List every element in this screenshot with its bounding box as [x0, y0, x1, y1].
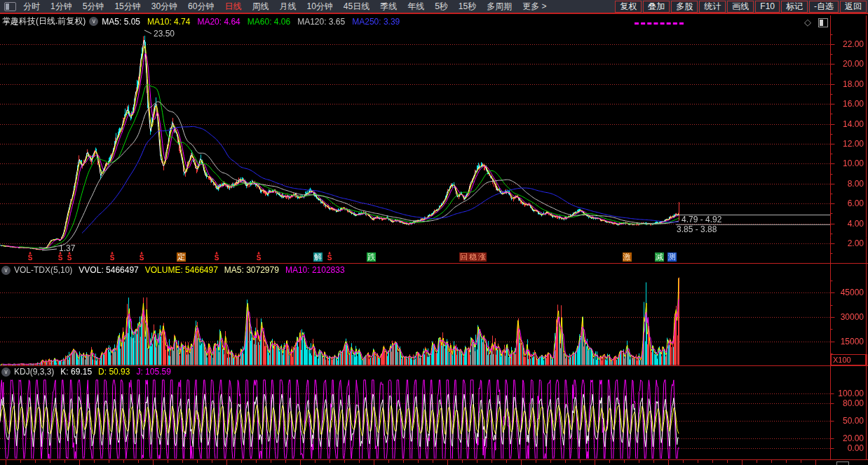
volume-axis-tick-label: 45000: [833, 288, 864, 297]
price-axis-tick-label: 8.00: [833, 179, 864, 189]
menu-item-11[interactable]: 45日线: [344, 1, 369, 13]
volume-axis-tick-label: 30000: [833, 312, 864, 322]
kdj-axis-tick-label: 80.00: [833, 398, 864, 408]
volume-pane-header: ∨ VOL-TDX(5,10)VVOL: 5466497VOLUME: 5466…: [1, 265, 351, 275]
signal-marker-s[interactable]: ▲S: [27, 251, 34, 261]
pane-header-item: VOLUME: 5466497: [145, 265, 218, 275]
toolbar-button-7[interactable]: 标记: [781, 1, 808, 13]
signal-marker-s[interactable]: ▲S: [138, 251, 145, 261]
tdx-app-window: 分时1分钟5分钟15分钟30分钟60分钟日线周线月线10分钟45日线季线年线5秒…: [0, 0, 868, 465]
toolbar-button-6[interactable]: F10: [755, 1, 780, 13]
signal-marker-box[interactable]: 涨: [477, 252, 487, 262]
menu-item-3[interactable]: 5分钟: [83, 1, 104, 13]
kdj-axis-tick-label: 20.00: [833, 433, 864, 443]
period-menu: 分时1分钟5分钟15分钟30分钟60分钟日线周线月线10分钟45日线季线年线5秒…: [23, 1, 547, 13]
menu-item-8[interactable]: 周线: [252, 1, 269, 13]
menu-item-15[interactable]: 15秒: [459, 1, 476, 13]
signal-marker-s[interactable]: ▲S: [109, 251, 116, 261]
signal-marker-box[interactable]: 解: [313, 252, 323, 262]
price-axis-tick-label: 14.00: [833, 119, 864, 129]
ma-legend-item: MA60: 4.06: [247, 17, 290, 27]
toolbar-button-1[interactable]: 复权: [615, 1, 642, 13]
price-axis-tick-label: 16.00: [833, 99, 864, 109]
ma-legend-item: MA10: 4.74: [147, 17, 190, 27]
chevron-down-icon[interactable]: ∨: [1, 266, 11, 275]
stock-title: 掌趣科技(日线.前复权): [2, 15, 86, 27]
pane-header-item: VVOL: 5466497: [79, 265, 138, 275]
ma-legend: MA5: 5.05MA10: 4.74MA20: 4.64MA60: 4.06M…: [102, 17, 400, 27]
menu-item-1[interactable]: 分时: [23, 1, 40, 13]
signal-marker-box[interactable]: 激: [623, 252, 632, 262]
menu-item-16[interactable]: 多周期: [487, 1, 512, 13]
menu-item-2[interactable]: 1分钟: [50, 1, 72, 13]
pane-header-item: MA10: 2102833: [285, 265, 345, 275]
diamond-icon[interactable]: ◇: [804, 17, 811, 27]
kdj-axis-tick-label: 0.00: [833, 443, 864, 453]
peak-price-label: 23.50: [154, 29, 175, 39]
price-axis-tick-label: 22.00: [833, 39, 864, 49]
toolbar-button-8[interactable]: -自选: [809, 1, 839, 13]
toolbar-button-9[interactable]: 返回: [840, 1, 867, 13]
signal-marker-box[interactable]: 测: [667, 252, 677, 262]
price-axis-tick-label: 2.00: [833, 238, 864, 248]
pane-header-item: VOL-TDX(5,10): [14, 265, 72, 275]
signal-marker-s[interactable]: ▲S: [326, 251, 333, 261]
ma-legend-item: MA250: 3.39: [352, 17, 400, 27]
price-axis-tick-label: 18.00: [833, 79, 864, 89]
price-axis-tick-label: 4.00: [833, 219, 864, 229]
ma-legend-item: MA20: 4.64: [197, 17, 240, 27]
window-icon[interactable]: [4, 2, 16, 11]
kdj-pane-header: ∨ KDJ(9,3,3)K: 69.15D: 50.93J: 105.59: [1, 367, 177, 377]
menu-item-6[interactable]: 60分钟: [188, 1, 214, 13]
volume-unit-box: X100: [831, 354, 867, 365]
signal-marker-box[interactable]: 定: [177, 252, 186, 262]
price-axis-tick-label: 10.00: [833, 159, 864, 168]
menu-item-5[interactable]: 30分钟: [151, 1, 177, 13]
pane-header-item: MA5: 3072979: [224, 265, 279, 275]
menu-item-9[interactable]: 月线: [279, 1, 296, 13]
statusbar-fragment-icon: [836, 461, 849, 465]
ma-legend-item: MA120: 3.65: [297, 17, 345, 27]
menu-item-13[interactable]: 年线: [407, 1, 424, 13]
pane-header-item: D: 50.93: [98, 367, 130, 377]
toolbar-buttons: 复权叠加多股统计画线F10标记-自选返回: [615, 1, 867, 13]
volume-axis-tick-label: 15000: [833, 337, 864, 346]
chevron-down-icon[interactable]: ∨: [89, 17, 98, 26]
pane-header-item: J: 105.59: [136, 367, 170, 377]
toolbar-button-5[interactable]: 画线: [727, 1, 754, 13]
kdj-axis-tick-label: 100.00: [833, 389, 864, 398]
chart-canvas[interactable]: [0, 0, 868, 465]
price-axis-tick-label: 6.00: [833, 198, 864, 208]
magenta-dashed-annotation: [635, 22, 684, 25]
price-axis-tick-label: 12.00: [833, 139, 864, 149]
low-price-label: 1.37: [59, 243, 75, 253]
title-row: 掌趣科技(日线.前复权) ∨ MA5: 5.05MA10: 4.74MA20: …: [0, 15, 868, 27]
price-band-label-2: 3.85 - 3.88: [677, 224, 717, 234]
menu-item-17[interactable]: 更多 >: [522, 1, 546, 13]
signal-marker-box[interactable]: 跌: [367, 252, 376, 262]
toolbar-button-3[interactable]: 多股: [671, 1, 698, 13]
kdj-axis-tick-label: 50.00: [833, 416, 864, 426]
ma-legend-item: MA5: 5.05: [102, 17, 140, 27]
toolbar-button-4[interactable]: 统计: [699, 1, 726, 13]
menu-item-7[interactable]: 日线: [224, 1, 241, 13]
menu-item-14[interactable]: 5秒: [435, 1, 448, 13]
menu-item-12[interactable]: 季线: [380, 1, 397, 13]
pane-header-item: K: 69.15: [60, 367, 92, 377]
toolbar-button-2[interactable]: 叠加: [643, 1, 670, 13]
chevron-down-icon[interactable]: ∨: [1, 368, 11, 377]
signal-marker-box[interactable]: 稳: [468, 252, 477, 262]
menu-item-10[interactable]: 10分钟: [306, 1, 332, 13]
signal-marker-s[interactable]: ▲S: [213, 251, 220, 261]
signal-marker-box[interactable]: 减: [655, 252, 664, 262]
price-band-label-1: 4.79 - 4.92: [681, 215, 721, 224]
menu-item-4[interactable]: 15分钟: [114, 1, 140, 13]
pane-header-item: KDJ(9,3,3): [14, 367, 54, 377]
panel-toggle-icon[interactable]: [818, 18, 828, 27]
period-toolbar: 分时1分钟5分钟15分钟30分钟60分钟日线周线月线10分钟45日线季线年线5秒…: [0, 0, 868, 14]
price-axis-tick-label: 20.00: [833, 59, 864, 69]
signal-marker-box[interactable]: 回: [459, 252, 468, 262]
signal-marker-s[interactable]: ▲S: [255, 251, 262, 261]
